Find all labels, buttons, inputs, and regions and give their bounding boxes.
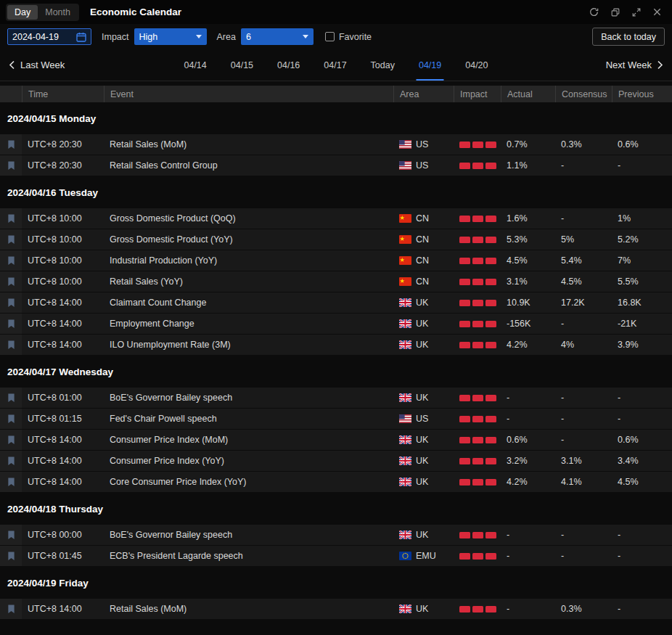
bookmark-icon [7,605,15,614]
event-cell: BoE's Governor Bailey speech [104,388,393,408]
impact-bar [459,321,470,327]
impact-cell [454,292,501,313]
event-row[interactable]: UTC+8 14:00Employment ChangeUK-156K--21K [0,314,672,334]
impact-bar [459,416,470,422]
area-cell: CN [393,271,454,292]
area-cell: UK [393,430,454,450]
bookmark-cell[interactable] [0,250,22,271]
col-header-actual: Actual [501,86,555,102]
favorite-label: Favorite [339,32,372,42]
area-select[interactable]: 6 [241,28,314,45]
actual-cell: 5.3% [501,229,555,250]
back-to-today-button[interactable]: Back to today [592,28,665,46]
event-row[interactable]: UTC+8 10:00Retail Sales (YoY)CN3.1%4.5%5… [0,271,672,292]
event-row[interactable]: UTC+8 14:00Claimant Count ChangeUK10.9K1… [0,292,672,313]
uk-flag-icon [399,298,411,307]
time-cell: UTC+8 20:30 [22,155,104,176]
bookmark-cell[interactable] [0,546,22,566]
next-week-button[interactable]: Next Week [606,60,663,70]
event-row[interactable]: UTC+8 01:45ECB's President Lagarde speec… [0,546,672,566]
event-row[interactable]: UTC+8 20:30Retail Sales Control GroupUS1… [0,155,672,176]
date-input[interactable]: 2024-04-19 [7,28,91,45]
event-row[interactable]: UTC+8 10:00Gross Domestic Product (YoY)C… [0,229,672,250]
area-code: US [416,414,428,424]
bookmark-cell[interactable] [0,409,22,429]
bookmark-cell[interactable] [0,472,22,492]
favorite-checkbox[interactable]: Favorite [325,32,372,42]
area-cell: UK [393,472,454,492]
impact-bar [459,142,470,148]
week-day-04-14[interactable]: 04/14 [181,49,208,81]
time-cell: UTC+8 14:00 [22,292,104,313]
event-row[interactable]: UTC+8 10:00Gross Domestic Product (QoQ)C… [0,208,672,229]
last-week-button[interactable]: Last Week [9,60,65,70]
event-row[interactable]: UTC+8 14:00Core Consumer Price Index (Yo… [0,472,672,492]
event-cell: Consumer Price Index (YoY) [104,451,393,471]
impact-bar [459,606,470,613]
bookmark-cell[interactable] [0,314,22,334]
area-cell: UK [393,451,454,471]
restore-icon[interactable] [610,7,620,17]
uk-flag-icon [399,478,411,486]
consensus-cell: 3.1% [555,451,612,471]
actual-cell: 1.1% [501,155,555,176]
impact-bar [485,479,496,486]
bookmark-cell[interactable] [0,451,22,471]
area-label: Area [217,32,236,42]
week-day-04-17[interactable]: 04/17 [321,49,348,81]
bookmark-cell[interactable] [0,430,22,450]
bookmark-cell[interactable] [0,229,22,250]
tab-day[interactable]: Day [7,5,38,20]
event-row[interactable]: UTC+8 01:00BoE's Governor Bailey speechU… [0,388,672,408]
refresh-icon[interactable] [589,7,599,17]
impact-bar [472,258,483,264]
bookmark-icon [7,161,15,171]
bookmark-cell[interactable] [0,155,22,176]
bookmark-cell[interactable] [0,525,22,545]
bookmark-icon [7,414,15,424]
us-flag-icon [399,161,411,170]
actual-cell: - [501,599,555,619]
chevron-down-icon [303,35,308,38]
expand-icon[interactable] [631,7,642,17]
bookmark-cell[interactable] [0,599,22,619]
event-row[interactable]: UTC+8 14:00Retail Sales (MoM)UK-0.3%- [0,599,672,619]
impact-select[interactable]: High [134,28,207,45]
consensus-cell: - [555,409,612,429]
event-cell: Fed's Chair Powell speech [104,409,393,429]
filter-bar: 2024-04-19 Impact High Area 6 Favorite B… [0,24,672,49]
week-day-04-15[interactable]: 04/15 [229,49,255,81]
event-row[interactable]: UTC+8 14:00Consumer Price Index (MoM)UK0… [0,430,672,450]
week-day-04-20[interactable]: 04/20 [463,49,490,81]
impact-bar [472,279,483,285]
event-row[interactable]: UTC+8 00:00BoE's Governor Bailey speechU… [0,525,672,545]
event-row[interactable]: UTC+8 20:30Retail Sales (MoM)US0.7%0.3%0… [0,134,672,155]
bookmark-cell[interactable] [0,335,22,355]
area-code: UK [416,477,428,487]
week-day-04-16[interactable]: 04/16 [275,49,302,81]
event-row[interactable]: UTC+8 14:00Consumer Price Index (YoY)UK3… [0,451,672,471]
bookmark-column-header [0,86,22,102]
actual-cell: 3.2% [501,451,555,471]
bookmark-cell[interactable] [0,271,22,292]
tab-month[interactable]: Month [38,5,78,20]
bookmark-cell[interactable] [0,292,22,313]
week-day-today[interactable]: Today [369,49,397,81]
titlebar: Day Month Economic Calendar [0,0,672,24]
impact-bar [472,342,483,348]
area-code: EMU [416,551,436,561]
week-day-04-19[interactable]: 04/19 [417,49,443,81]
close-icon[interactable] [652,7,662,17]
event-row[interactable]: UTC+8 10:00Industrial Production (YoY)CN… [0,250,672,271]
date-section-header: 2024/04/17 Wednesday [0,356,672,388]
event-row[interactable]: UTC+8 01:15Fed's Chair Powell speechUS--… [0,409,672,429]
date-section-header: 2024/04/18 Thursday [0,493,672,525]
actual-cell: - [501,388,555,408]
bookmark-cell[interactable] [0,134,22,155]
time-cell: UTC+8 10:00 [22,250,104,271]
event-cell: Retail Sales (MoM) [104,599,393,619]
time-cell: UTC+8 01:45 [22,546,104,566]
bookmark-cell[interactable] [0,388,22,408]
event-row[interactable]: UTC+8 14:00ILO Unemployment Rate (3M)UK4… [0,335,672,355]
bookmark-cell[interactable] [0,208,22,229]
